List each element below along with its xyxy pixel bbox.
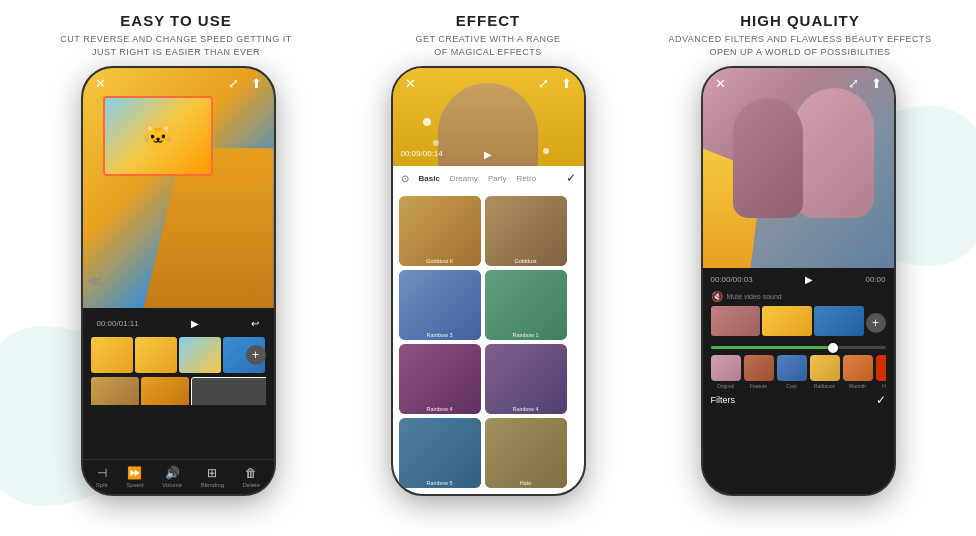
tab-party[interactable]: Party (488, 174, 507, 183)
slider-row (711, 346, 886, 349)
filter-add-button[interactable]: + (866, 313, 886, 333)
time-display-effect: 00:09/00:14 (401, 149, 443, 158)
upload-icon-2[interactable]: ⬆ (561, 76, 572, 91)
speed-icon: ⏩ (127, 466, 142, 480)
track-container: + (91, 337, 266, 373)
delete-label: Delete (243, 482, 260, 488)
expand-icon-3[interactable]: ⤢ (848, 76, 859, 91)
back-arrow-icon[interactable]: ≪ (87, 273, 102, 289)
undo-icon[interactable]: ↩ (251, 318, 259, 329)
filter-item-original[interactable]: Original (711, 355, 741, 389)
play-icon[interactable]: ▶ (191, 318, 199, 329)
phone-easy-topbar: ✕ ⤢ ⬆ (83, 68, 274, 95)
toolbar-delete[interactable]: 🗑 Delete (243, 466, 260, 488)
effect-thumb-golddust2[interactable]: Golddust II (399, 196, 481, 266)
effect-label-1: Golddust II (399, 258, 481, 264)
close-icon[interactable]: ✕ (95, 76, 106, 91)
topbar-right-icons: ⤢ ⬆ (228, 76, 262, 91)
filter-circle-icon: ⊙ (401, 173, 409, 184)
filter-timeline-thumb-1 (711, 306, 761, 336)
phone-quality: ✕ ⤢ ⬆ 00 (701, 66, 896, 496)
effect-thumb-rainbow4b[interactable]: Rainbow 4 (485, 344, 567, 414)
effect-label-7: Rainbow 5 (399, 480, 481, 486)
play-icon-2[interactable]: ▶ (484, 149, 492, 160)
feature-quality: HIGH QUALITY ADVANCED FILTERS AND FLAWLE… (650, 12, 950, 58)
filter-label-radiance: Radiance (814, 383, 835, 389)
toolbar-volume[interactable]: 🔊 Volume (162, 466, 182, 488)
play-icon-3[interactable]: ▶ (805, 274, 813, 285)
feature-easy-subtitle: CUT REVERSE AND CHANGE SPEED GETTING ITJ… (26, 33, 326, 58)
person-2-silhouette (794, 88, 874, 218)
toolbar-speed[interactable]: ⏩ Speed (126, 466, 143, 488)
effect-thumb-rainbow1[interactable]: Rainbow 1 (485, 270, 567, 340)
person-1-silhouette (733, 98, 803, 218)
filter-item-feature[interactable]: Feature (744, 355, 774, 389)
second-thumb-2 (141, 377, 189, 405)
inner-video-frame: 🐱 (103, 96, 213, 176)
filter-item-warmth[interactable]: Warmth (843, 355, 873, 389)
expand-icon[interactable]: ⤢ (228, 76, 239, 91)
filter-item-cool[interactable]: Cool (777, 355, 807, 389)
mute-icon[interactable]: 🔇 (711, 291, 723, 302)
filter-preview-warmth (843, 355, 873, 381)
filter-preview-holiday (876, 355, 886, 381)
features-header: EASY TO USE CUT REVERSE AND CHANGE SPEED… (0, 0, 976, 66)
effect-thumb-rainbow4a[interactable]: Rainbow 4 (399, 344, 481, 414)
feature-effect-title: EFFECT (338, 12, 638, 29)
timeline-controls: 00:00/01:11 ▶ ↩ (91, 314, 266, 333)
mute-row: 🔇 Mute video sound (711, 291, 886, 302)
filter-item-radiance[interactable]: Radiance (810, 355, 840, 389)
sparkle-5 (433, 140, 439, 146)
video-main-quality (703, 68, 894, 268)
effect-tabs-container: ⊙ Basic Dreamy Party Retro ✓ (393, 166, 584, 190)
time-display-quality: 00:00/00:03 (711, 275, 753, 284)
effect-thumb-golddust[interactable]: Golddust (485, 196, 567, 266)
close-icon-3[interactable]: ✕ (715, 76, 726, 91)
tab-retro[interactable]: Retro (517, 174, 537, 183)
effect-thumb-rainbow5[interactable]: Rainbow 5 (399, 418, 481, 488)
filter-timeline-thumb-3 (814, 306, 864, 336)
phones-section: ✕ ⤢ ⬆ 🐱 00:00/01:11 (0, 66, 976, 536)
effect-thumb-halo[interactable]: Halo (485, 418, 567, 488)
phone-effect: ✕ ⤢ ⬆ (391, 66, 586, 496)
filter-title-row: Filters ✓ (711, 389, 886, 411)
filter-timeline-thumb-2 (762, 306, 812, 336)
toolbar-blending[interactable]: ⊞ Blending (201, 466, 224, 488)
filter-preview-feature (744, 355, 774, 381)
volume-icon: 🔊 (165, 466, 180, 480)
effect-check-icon[interactable]: ✓ (566, 171, 576, 185)
tab-dreamy[interactable]: Dreamy (450, 174, 478, 183)
timeline-section-easy: 00:00/01:11 ▶ ↩ + (83, 308, 274, 459)
filter-label-feature: Feature (750, 383, 767, 389)
phone-quality-topbar: ✕ ⤢ ⬆ (703, 68, 894, 95)
second-timeline-track (91, 377, 266, 405)
phone-effect-wrapper: ✕ ⤢ ⬆ (333, 66, 643, 496)
toolbar-split[interactable]: ⊣ Split (96, 466, 108, 488)
upload-icon[interactable]: ⬆ (251, 76, 262, 91)
selected-clip[interactable] (191, 377, 266, 405)
filter-timeline-row: + (711, 306, 886, 340)
cat-image: 🐱 (105, 98, 211, 174)
feature-effect: EFFECT GET CREATIVE WITH A RANGEOF MAGIC… (338, 12, 638, 58)
effect-thumb-rainbow3[interactable]: Rainbow 3 (399, 270, 481, 340)
tab-basic[interactable]: Basic (419, 174, 440, 183)
timeline-track (91, 337, 266, 373)
upload-icon-3[interactable]: ⬆ (871, 76, 882, 91)
filter-item-holiday[interactable]: Holiday (876, 355, 886, 389)
filter-check-icon[interactable]: ✓ (876, 393, 886, 407)
split-icon: ⊣ (97, 466, 107, 480)
brightness-slider[interactable] (711, 346, 886, 349)
add-clip-button[interactable]: + (246, 345, 266, 365)
track-thumb-3 (179, 337, 221, 373)
close-icon-2[interactable]: ✕ (405, 76, 416, 91)
phone-quality-wrapper: ✕ ⤢ ⬆ 00 (643, 66, 953, 496)
filter-preview-original (711, 355, 741, 381)
expand-icon-2[interactable]: ⤢ (538, 76, 549, 91)
effect-label-8: Halo (485, 480, 567, 486)
phone-easy-screen: ✕ ⤢ ⬆ 🐱 00:00/01:11 (83, 68, 274, 494)
slider-handle[interactable] (828, 343, 838, 353)
feature-easy: EASY TO USE CUT REVERSE AND CHANGE SPEED… (26, 12, 326, 58)
filters-title: Filters (711, 395, 736, 405)
sparkle-1 (423, 118, 431, 126)
second-thumb-1 (91, 377, 139, 405)
